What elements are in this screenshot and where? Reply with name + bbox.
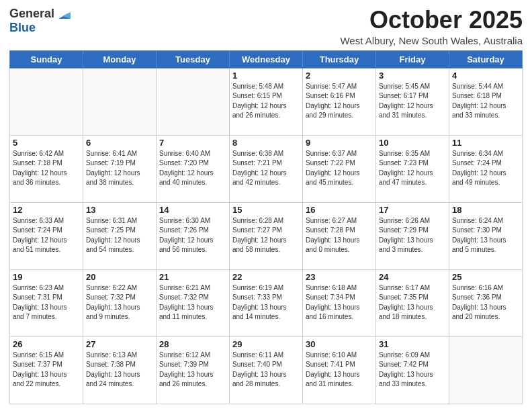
day-number: 19: [13, 272, 80, 282]
calendar-cell: 8Sunrise: 6:38 AM Sunset: 7:21 PM Daylig…: [230, 135, 303, 202]
day-number: 16: [306, 205, 373, 215]
day-info: Sunrise: 6:23 AM Sunset: 7:31 PM Dayligh…: [13, 283, 80, 322]
calendar-cell: 20Sunrise: 6:22 AM Sunset: 7:32 PM Dayli…: [83, 269, 157, 336]
day-number: 11: [452, 138, 519, 148]
day-number: 28: [159, 339, 226, 349]
day-info: Sunrise: 6:13 AM Sunset: 7:38 PM Dayligh…: [86, 351, 153, 390]
calendar-cell: 12Sunrise: 6:33 AM Sunset: 7:24 PM Dayli…: [10, 202, 83, 269]
day-number: 8: [232, 138, 300, 148]
day-info: Sunrise: 6:27 AM Sunset: 7:28 PM Dayligh…: [306, 216, 373, 255]
calendar-table: SundayMondayTuesdayWednesdayThursdayFrid…: [9, 50, 523, 404]
day-info: Sunrise: 6:42 AM Sunset: 7:18 PM Dayligh…: [13, 149, 80, 188]
calendar-cell: 21Sunrise: 6:21 AM Sunset: 7:32 PM Dayli…: [157, 269, 230, 336]
calendar-cell: 10Sunrise: 6:35 AM Sunset: 7:23 PM Dayli…: [376, 135, 449, 202]
day-info: Sunrise: 6:41 AM Sunset: 7:19 PM Dayligh…: [86, 149, 153, 188]
calendar-cell: 29Sunrise: 6:11 AM Sunset: 7:40 PM Dayli…: [230, 336, 303, 404]
calendar-cell: 28Sunrise: 6:12 AM Sunset: 7:39 PM Dayli…: [157, 336, 230, 404]
calendar-cell: [157, 68, 230, 135]
day-info: Sunrise: 6:40 AM Sunset: 7:20 PM Dayligh…: [159, 149, 226, 188]
calendar-cell: 9Sunrise: 6:37 AM Sunset: 7:22 PM Daylig…: [303, 135, 376, 202]
day-number: 27: [86, 339, 153, 349]
calendar-cell: 2Sunrise: 5:47 AM Sunset: 6:16 PM Daylig…: [303, 68, 376, 135]
calendar-cell: 22Sunrise: 6:19 AM Sunset: 7:33 PM Dayli…: [230, 269, 303, 336]
calendar-week-2: 5Sunrise: 6:42 AM Sunset: 7:18 PM Daylig…: [10, 135, 523, 202]
day-number: 1: [232, 71, 300, 81]
day-info: Sunrise: 5:48 AM Sunset: 6:15 PM Dayligh…: [232, 82, 300, 121]
day-number: 14: [159, 205, 226, 215]
location-text: West Albury, New South Wales, Australia: [340, 35, 523, 46]
day-info: Sunrise: 6:35 AM Sunset: 7:23 PM Dayligh…: [379, 149, 446, 188]
calendar-week-5: 26Sunrise: 6:15 AM Sunset: 7:37 PM Dayli…: [10, 336, 523, 404]
day-info: Sunrise: 6:28 AM Sunset: 7:27 PM Dayligh…: [232, 216, 300, 255]
logo-general-text: General: [9, 7, 54, 21]
calendar-cell: 15Sunrise: 6:28 AM Sunset: 7:27 PM Dayli…: [230, 202, 303, 269]
calendar-cell: 13Sunrise: 6:31 AM Sunset: 7:25 PM Dayli…: [83, 202, 157, 269]
day-info: Sunrise: 6:31 AM Sunset: 7:25 PM Dayligh…: [86, 216, 153, 255]
day-number: 24: [379, 272, 446, 282]
logo: General Blue: [9, 7, 71, 35]
calendar-cell: 26Sunrise: 6:15 AM Sunset: 7:37 PM Dayli…: [10, 336, 83, 404]
calendar-cell: 3Sunrise: 5:45 AM Sunset: 6:17 PM Daylig…: [376, 68, 449, 135]
day-number: 4: [452, 71, 519, 81]
day-number: 30: [306, 339, 373, 349]
calendar-header-saturday: Saturday: [449, 50, 523, 68]
day-info: Sunrise: 6:34 AM Sunset: 7:24 PM Dayligh…: [452, 149, 519, 188]
day-info: Sunrise: 6:09 AM Sunset: 7:42 PM Dayligh…: [379, 351, 446, 390]
title-block: October 2025 West Albury, New South Wale…: [340, 7, 523, 46]
day-info: Sunrise: 6:18 AM Sunset: 7:34 PM Dayligh…: [306, 283, 373, 322]
day-info: Sunrise: 6:11 AM Sunset: 7:40 PM Dayligh…: [232, 351, 300, 390]
day-number: 25: [452, 272, 519, 282]
calendar-cell: 27Sunrise: 6:13 AM Sunset: 7:38 PM Dayli…: [83, 336, 157, 404]
day-number: 21: [159, 272, 226, 282]
page-container: General Blue October 2025 West Albury, N…: [0, 0, 532, 411]
day-info: Sunrise: 6:24 AM Sunset: 7:30 PM Dayligh…: [452, 216, 519, 255]
day-number: 6: [86, 138, 153, 148]
calendar-header-wednesday: Wednesday: [230, 50, 303, 68]
calendar-cell: 16Sunrise: 6:27 AM Sunset: 7:28 PM Dayli…: [303, 202, 376, 269]
calendar-cell: 1Sunrise: 5:48 AM Sunset: 6:15 PM Daylig…: [230, 68, 303, 135]
calendar-header-thursday: Thursday: [303, 50, 376, 68]
day-info: Sunrise: 6:37 AM Sunset: 7:22 PM Dayligh…: [306, 149, 373, 188]
calendar-cell: 24Sunrise: 6:17 AM Sunset: 7:35 PM Dayli…: [376, 269, 449, 336]
day-number: 15: [232, 205, 300, 215]
header: General Blue October 2025 West Albury, N…: [9, 7, 523, 46]
day-number: 12: [13, 205, 80, 215]
calendar-cell: 5Sunrise: 6:42 AM Sunset: 7:18 PM Daylig…: [10, 135, 83, 202]
day-info: Sunrise: 5:45 AM Sunset: 6:17 PM Dayligh…: [379, 82, 446, 121]
day-number: 9: [306, 138, 373, 148]
day-info: Sunrise: 6:22 AM Sunset: 7:32 PM Dayligh…: [86, 283, 153, 322]
calendar-cell: [83, 68, 157, 135]
day-info: Sunrise: 6:16 AM Sunset: 7:36 PM Dayligh…: [452, 283, 519, 322]
calendar-header-row: SundayMondayTuesdayWednesdayThursdayFrid…: [10, 50, 523, 68]
calendar-header-sunday: Sunday: [10, 50, 83, 68]
calendar-header-friday: Friday: [376, 50, 449, 68]
calendar-cell: 18Sunrise: 6:24 AM Sunset: 7:30 PM Dayli…: [449, 202, 523, 269]
day-info: Sunrise: 5:44 AM Sunset: 6:18 PM Dayligh…: [452, 82, 519, 121]
day-info: Sunrise: 6:21 AM Sunset: 7:32 PM Dayligh…: [159, 283, 226, 322]
day-info: Sunrise: 6:26 AM Sunset: 7:29 PM Dayligh…: [379, 216, 446, 255]
logo-icon: [56, 7, 71, 21]
day-info: Sunrise: 6:15 AM Sunset: 7:37 PM Dayligh…: [13, 351, 80, 390]
day-number: 29: [232, 339, 300, 349]
calendar-header-monday: Monday: [83, 50, 157, 68]
calendar-cell: 30Sunrise: 6:10 AM Sunset: 7:41 PM Dayli…: [303, 336, 376, 404]
day-info: Sunrise: 6:10 AM Sunset: 7:41 PM Dayligh…: [306, 351, 373, 390]
calendar-cell: [449, 336, 523, 404]
day-info: Sunrise: 6:38 AM Sunset: 7:21 PM Dayligh…: [232, 149, 300, 188]
calendar-cell: 11Sunrise: 6:34 AM Sunset: 7:24 PM Dayli…: [449, 135, 523, 202]
day-info: Sunrise: 6:17 AM Sunset: 7:35 PM Dayligh…: [379, 283, 446, 322]
day-info: Sunrise: 6:30 AM Sunset: 7:26 PM Dayligh…: [159, 216, 226, 255]
day-number: 20: [86, 272, 153, 282]
day-number: 23: [306, 272, 373, 282]
logo-blue-text: Blue: [9, 21, 71, 35]
day-number: 7: [159, 138, 226, 148]
calendar-cell: 25Sunrise: 6:16 AM Sunset: 7:36 PM Dayli…: [449, 269, 523, 336]
day-number: 17: [379, 205, 446, 215]
day-number: 13: [86, 205, 153, 215]
calendar-cell: 31Sunrise: 6:09 AM Sunset: 7:42 PM Dayli…: [376, 336, 449, 404]
day-number: 18: [452, 205, 519, 215]
calendar-week-4: 19Sunrise: 6:23 AM Sunset: 7:31 PM Dayli…: [10, 269, 523, 336]
calendar-week-1: 1Sunrise: 5:48 AM Sunset: 6:15 PM Daylig…: [10, 68, 523, 135]
day-number: 2: [306, 71, 373, 81]
calendar-cell: 6Sunrise: 6:41 AM Sunset: 7:19 PM Daylig…: [83, 135, 157, 202]
